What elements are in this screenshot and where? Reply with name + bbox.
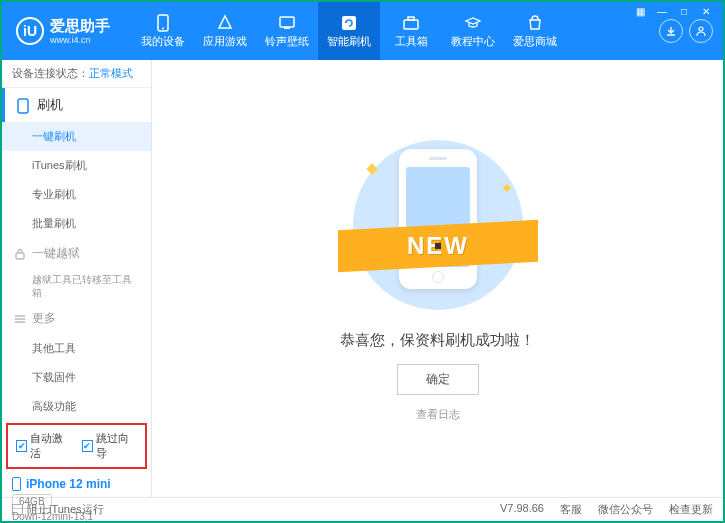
customer-service-link[interactable]: 客服 [560,502,582,517]
svg-rect-2 [280,17,294,27]
nav-label: 智能刷机 [327,34,371,49]
nav-ringtones[interactable]: 铃声壁纸 [256,2,318,60]
body: 设备连接状态：正常模式 刷机 一键刷机 iTunes刷机 专业刷机 批量刷机 一… [2,60,723,497]
svg-rect-3 [284,27,290,29]
checkbox-label: 跳过向导 [96,431,137,461]
window-controls: ▦ — □ ✕ [631,4,715,18]
app-title: 爱思助手 [50,17,110,35]
header-actions [659,19,723,43]
nav-label: 应用游戏 [203,34,247,49]
checkbox-skip-guide[interactable]: ✔ 跳过向导 [82,431,138,461]
close-button[interactable]: ✕ [697,4,715,18]
nav-label: 工具箱 [395,34,428,49]
sidebar-item-itunes[interactable]: iTunes刷机 [2,151,151,180]
svg-rect-5 [404,20,418,29]
status-label: 设备连接状态： [12,67,89,79]
logo-badge-icon: iU [16,17,44,45]
checkbox-icon: ✔ [82,440,93,452]
jailbreak-note: 越狱工具已转移至工具箱 [2,269,151,303]
phone-icon [155,14,171,32]
nav-store[interactable]: 爱思商城 [504,2,566,60]
refresh-icon [340,14,358,32]
ok-button[interactable]: 确定 [397,364,479,395]
titlebar: ▦ — □ ✕ iU 爱思助手 www.i4.cn 我的设备 [2,2,723,60]
app-url: www.i4.cn [50,35,110,46]
nav-label: 铃声壁纸 [265,34,309,49]
success-message: 恭喜您，保资料刷机成功啦！ [340,331,535,350]
svg-point-1 [162,27,164,29]
sidebar-item-other-tools[interactable]: 其他工具 [2,334,151,363]
sidebar-item-pro[interactable]: 专业刷机 [2,180,151,209]
tab-flash[interactable]: 刷机 [2,88,151,122]
nav-smart-flash[interactable]: 智能刷机 [318,2,380,60]
user-button[interactable] [689,19,713,43]
wallpaper-icon [278,14,296,32]
group-label: 更多 [32,310,56,327]
lock-icon [14,248,26,260]
sidebar-item-batch[interactable]: 批量刷机 [2,209,151,238]
svg-rect-4 [342,16,356,30]
toolbox-icon [402,14,420,32]
nav-my-device[interactable]: 我的设备 [132,2,194,60]
bag-icon [526,14,544,32]
download-button[interactable] [659,19,683,43]
main-content: NEW 恭喜您，保资料刷机成功啦！ 确定 查看日志 [152,60,723,497]
group-more[interactable]: 更多 [2,303,151,334]
sidebar-item-oneclick[interactable]: 一键刷机 [2,122,151,151]
svg-point-7 [699,27,703,31]
nav-tutorials[interactable]: 教程中心 [442,2,504,60]
maximize-button[interactable]: □ [675,4,693,18]
apps-icon [216,14,234,32]
group-jailbreak[interactable]: 一键越狱 [2,238,151,269]
checkbox-icon [12,504,23,515]
main-nav: 我的设备 应用游戏 铃声壁纸 智能刷机 [132,2,566,60]
checkbox-label: 阻止iTunes运行 [27,502,104,517]
sidebar-item-download-fw[interactable]: 下载固件 [2,363,151,392]
svg-rect-9 [16,253,24,259]
nav-apps-games[interactable]: 应用游戏 [194,2,256,60]
minimize-button[interactable]: — [653,4,671,18]
version-label: V7.98.66 [500,502,544,517]
svg-rect-6 [408,17,414,20]
menu-icon [14,313,26,325]
status-value: 正常模式 [89,67,133,79]
nav-label: 爱思商城 [513,34,557,49]
sidebar-item-advanced[interactable]: 高级功能 [2,392,151,421]
checkbox-auto-activate[interactable]: ✔ 自动激活 [16,431,72,461]
phone-icon [12,477,21,491]
wechat-link[interactable]: 微信公众号 [598,502,653,517]
success-illustration: NEW [348,135,528,315]
checkbox-block-itunes[interactable]: 阻止iTunes运行 [12,502,104,517]
phone-icon [17,98,31,112]
tab-label: 刷机 [37,96,63,114]
app-window: ▦ — □ ✕ iU 爱思助手 www.i4.cn 我的设备 [0,0,725,523]
group-label: 一键越狱 [32,245,80,262]
connection-status: 设备连接状态：正常模式 [2,60,151,88]
graduation-icon [464,14,482,32]
sidebar: 设备连接状态：正常模式 刷机 一键刷机 iTunes刷机 专业刷机 批量刷机 一… [2,60,152,497]
view-log-link[interactable]: 查看日志 [416,407,460,422]
checkbox-icon: ✔ [16,440,27,452]
device-name: iPhone 12 mini [12,477,141,491]
checkbox-label: 自动激活 [30,431,71,461]
nav-toolbox[interactable]: 工具箱 [380,2,442,60]
svg-rect-8 [18,99,28,113]
logo: iU 爱思助手 www.i4.cn [2,17,124,46]
nav-label: 我的设备 [141,34,185,49]
grid-button[interactable]: ▦ [631,4,649,18]
nav-label: 教程中心 [451,34,495,49]
check-update-link[interactable]: 检查更新 [669,502,713,517]
options-highlight: ✔ 自动激活 ✔ 跳过向导 [6,423,147,469]
